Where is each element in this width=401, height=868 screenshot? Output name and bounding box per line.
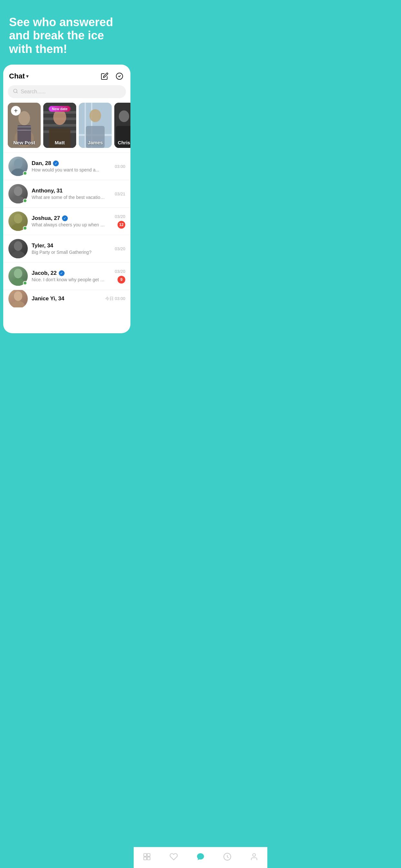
story-matt[interactable]: New date Matt xyxy=(43,103,76,148)
svg-point-28 xyxy=(14,186,22,196)
chat-item-jacob[interactable]: Jacob, 22 ✓ Nice. I don't know why peopl… xyxy=(3,262,130,290)
chat-item-anthony[interactable]: Anthony, 31 What are some of the best va… xyxy=(3,180,130,207)
online-indicator-anthony xyxy=(23,198,27,203)
chat-time-dan: 03:00 xyxy=(115,164,125,169)
svg-point-34 xyxy=(14,269,22,278)
chat-preview-joshua: What always cheers you up when you... xyxy=(32,222,106,227)
search-bar[interactable]: Search...... xyxy=(8,85,126,98)
unread-badge-joshua: 12 xyxy=(118,221,125,228)
avatar-dan xyxy=(8,157,28,176)
story-matt-label: Matt xyxy=(43,140,76,145)
unread-badge-jacob: 9 xyxy=(118,276,125,283)
chat-meta-dan: 03:00 xyxy=(109,164,125,169)
chat-list: Dan, 28 ✓ How would you want to spend a.… xyxy=(3,152,130,333)
online-indicator-jacob xyxy=(23,281,27,285)
chat-meta-janice: 今日 03:00 xyxy=(105,296,125,302)
chat-info-tyler: Tyler, 34 Big Party or Small Gathering? xyxy=(32,243,109,255)
chat-meta-joshua: 03/20 12 xyxy=(109,214,125,228)
chat-preview-dan: How would you want to spend a... xyxy=(32,167,106,173)
avatar-jacob xyxy=(8,267,28,286)
hero-text: See who answered and break the ice with … xyxy=(0,0,134,65)
svg-point-33 xyxy=(11,251,25,258)
online-indicator-joshua xyxy=(23,226,27,230)
search-container: Search...... xyxy=(3,85,130,103)
verified-badge-dan: ✓ xyxy=(53,160,59,166)
chat-info-janice: Janice Yi, 34 xyxy=(32,296,105,302)
story-chris-label: Chris xyxy=(114,140,130,145)
search-icon xyxy=(13,89,18,95)
check-button[interactable] xyxy=(114,71,125,82)
svg-point-24 xyxy=(119,111,129,122)
chat-name-joshua: Joshua, 27 xyxy=(32,215,60,221)
header-icons xyxy=(99,71,125,82)
chat-meta-tyler: 03/20 xyxy=(109,246,125,251)
story-new-post-label: New Post xyxy=(8,140,41,145)
chat-info-anthony: Anthony, 31 What are some of the best va… xyxy=(32,188,109,200)
verified-badge-joshua: ✓ xyxy=(62,215,68,221)
chat-time-anthony: 03/21 xyxy=(115,191,125,196)
online-indicator-dan xyxy=(23,171,27,175)
chat-meta-anthony: 03/21 xyxy=(109,191,125,196)
compose-button[interactable] xyxy=(99,71,110,82)
story-chris[interactable]: Chris xyxy=(114,103,130,148)
avatar-joshua xyxy=(8,212,28,231)
svg-point-21 xyxy=(89,109,101,122)
chat-name-janice: Janice Yi, 34 xyxy=(32,296,64,302)
chat-card: Chat ▾ xyxy=(3,65,130,333)
avatar-anthony xyxy=(8,184,28,204)
chat-name-dan: Dan, 28 xyxy=(32,160,51,166)
chat-info-joshua: Joshua, 27 ✓ What always cheers you up w… xyxy=(32,215,109,227)
svg-point-4 xyxy=(19,111,30,125)
chat-preview-anthony: What are some of the best vacations... xyxy=(32,195,106,200)
chat-time-joshua: 03/20 xyxy=(115,214,125,219)
chat-meta-jacob: 03/20 9 xyxy=(109,269,125,283)
story-james-label: James xyxy=(79,140,112,145)
chat-name-tyler: Tyler, 34 xyxy=(32,243,53,249)
story-new-date-badge: New date xyxy=(49,106,71,112)
svg-line-2 xyxy=(17,92,18,93)
avatar-tyler xyxy=(8,239,28,258)
svg-point-36 xyxy=(14,291,22,301)
chat-preview-jacob: Nice. I don't know why people get all wo… xyxy=(32,277,106,282)
chat-preview-tyler: Big Party or Small Gathering? xyxy=(32,250,106,255)
stories-row: + New Post New date xyxy=(3,103,130,152)
chat-title-caret[interactable]: ▾ xyxy=(26,73,28,79)
chat-item-janice[interactable]: Janice Yi, 34 今日 03:00 xyxy=(3,290,130,307)
chat-header: Chat ▾ xyxy=(3,70,130,85)
chat-title-label: Chat xyxy=(9,72,25,81)
story-plus-icon: + xyxy=(11,106,21,116)
verified-badge-jacob: ✓ xyxy=(59,270,65,276)
chat-time-jacob: 03/20 xyxy=(115,269,125,274)
chat-item-joshua[interactable]: Joshua, 27 ✓ What always cheers you up w… xyxy=(3,207,130,235)
avatar-janice xyxy=(8,290,28,307)
search-placeholder: Search...... xyxy=(21,89,45,95)
chat-info-dan: Dan, 28 ✓ How would you want to spend a.… xyxy=(32,160,109,173)
svg-point-26 xyxy=(14,159,22,168)
svg-point-30 xyxy=(14,214,22,223)
chat-title: Chat ▾ xyxy=(9,72,28,81)
chat-info-jacob: Jacob, 22 ✓ Nice. I don't know why peopl… xyxy=(32,270,109,282)
story-new-post[interactable]: + New Post xyxy=(8,103,41,148)
story-james[interactable]: James xyxy=(79,103,112,148)
chat-time-janice: 今日 03:00 xyxy=(105,296,125,302)
chat-name-anthony: Anthony, 31 xyxy=(32,188,63,194)
svg-point-15 xyxy=(53,110,66,125)
chat-time-tyler: 03/20 xyxy=(115,246,125,251)
svg-point-32 xyxy=(14,241,22,251)
chat-item-dan[interactable]: Dan, 28 ✓ How would you want to spend a.… xyxy=(3,152,130,180)
chat-name-jacob: Jacob, 22 xyxy=(32,270,57,276)
svg-point-37 xyxy=(11,301,25,307)
chat-item-tyler[interactable]: Tyler, 34 Big Party or Small Gathering? … xyxy=(3,235,130,262)
